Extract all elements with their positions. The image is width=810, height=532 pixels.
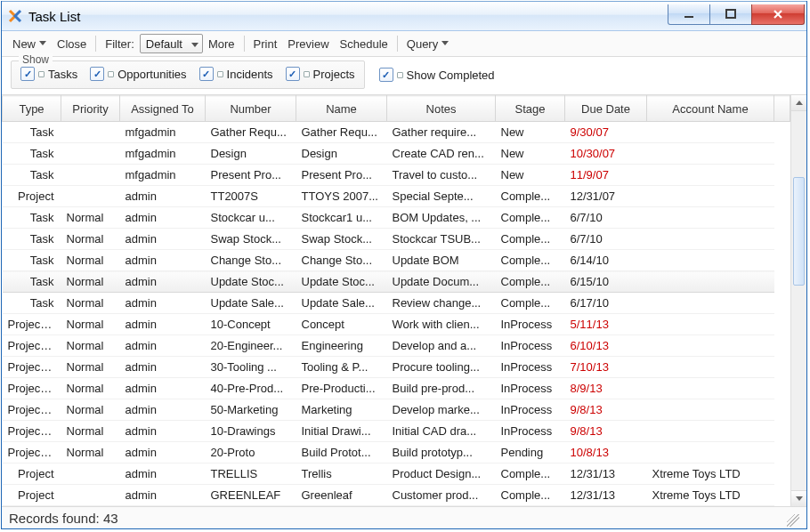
cell: Project ...	[3, 378, 61, 399]
resize-grip-icon[interactable]	[787, 514, 799, 527]
new-menu[interactable]: New	[7, 36, 52, 52]
col-stage[interactable]: Stage	[496, 96, 565, 122]
cell	[647, 399, 774, 421]
cell: admin	[120, 463, 206, 485]
scroll-up-arrow-icon[interactable]	[791, 95, 806, 111]
table-row[interactable]: TaskNormaladminChange Sto...Change Sto..…	[3, 250, 790, 271]
schedule-action[interactable]: Schedule	[335, 36, 393, 52]
table-row[interactable]: TaskNormaladminUpdate Sale...Update Sale…	[3, 293, 790, 314]
svg-rect-0	[684, 16, 693, 18]
cell: Update BOM	[387, 250, 496, 271]
maximize-button[interactable]	[709, 4, 752, 25]
cell: Update Stoc...	[296, 271, 387, 293]
query-menu[interactable]: Query	[401, 36, 454, 52]
more-action[interactable]: More	[203, 36, 240, 52]
col-notes[interactable]: Notes	[387, 96, 496, 122]
cell: 6/15/10	[565, 271, 647, 293]
col-priority[interactable]: Priority	[61, 96, 120, 122]
separator	[95, 36, 96, 52]
col-assigned[interactable]: Assigned To	[120, 96, 206, 122]
scroll-down-arrow-icon[interactable]	[791, 490, 806, 506]
cell: Normal	[61, 229, 120, 250]
table-row[interactable]: TaskmfgadminPresent Pro...Present Pro...…	[3, 165, 790, 186]
cell: Project ...	[3, 314, 61, 335]
cell: 6/7/10	[565, 207, 647, 229]
cell	[61, 186, 120, 207]
col-number[interactable]: Number	[206, 96, 296, 122]
cell: Xtreme Toys LTD	[647, 463, 774, 485]
cell: Task	[3, 143, 61, 165]
cell: 10/30/07	[565, 143, 647, 165]
col-name[interactable]: Name	[296, 96, 387, 122]
table-row[interactable]: ProjectadminTT2007STTOYS 2007...Special …	[3, 186, 790, 207]
incidents-checkbox[interactable]: Incidents	[199, 67, 273, 81]
separator	[397, 36, 398, 52]
cell: 40-Pre-Prod...	[206, 378, 296, 399]
cell: Normal	[61, 378, 120, 399]
show-completed-checkbox[interactable]: Show Completed	[379, 68, 495, 82]
table-row[interactable]: Project ...Normaladmin30-Tooling ...Tool…	[3, 357, 790, 378]
cell: admin	[120, 293, 206, 314]
scroll-thumb[interactable]	[793, 177, 805, 286]
tasks-checkbox[interactable]: Tasks	[20, 67, 77, 81]
table-row[interactable]: Project ...Normaladmin10-DrawingsInitial…	[3, 421, 790, 442]
cell: Build prototyp...	[387, 442, 496, 463]
close-action[interactable]: Close	[52, 36, 92, 52]
cell: Comple...	[496, 229, 565, 250]
table-row[interactable]: ProjectadminGREENLEAFGreenleafCustomer p…	[3, 485, 790, 506]
new-label: New	[12, 37, 36, 51]
table-row[interactable]: Project ...Normaladmin50-MarketingMarket…	[3, 399, 790, 421]
table-row[interactable]: Project ...Normaladmin10-ConceptConceptW…	[3, 314, 790, 335]
col-type[interactable]: Type	[3, 96, 61, 122]
window: Task List New Close Filter: Default More…	[1, 1, 807, 529]
table-row[interactable]: Project ...Normaladmin20-Engineer...Engi…	[3, 335, 790, 357]
cell: admin	[120, 271, 206, 293]
cell	[647, 421, 774, 442]
cell	[647, 293, 774, 314]
col-due[interactable]: Due Date	[565, 96, 647, 122]
table-row[interactable]: ProjectadminTRELLISTrellisProduct Design…	[3, 463, 790, 485]
cell: Procure tooling...	[387, 357, 496, 378]
cell: InProcess	[496, 378, 565, 399]
cell: InProcess	[496, 421, 565, 442]
cell: Build pre-prod...	[387, 378, 496, 399]
minimize-button[interactable]	[668, 4, 710, 25]
opportunities-checkbox[interactable]: Opportunities	[90, 67, 186, 81]
cell: Greenleaf	[296, 485, 387, 506]
vertical-scrollbar[interactable]	[790, 95, 806, 506]
cell	[61, 485, 120, 506]
scroll-track[interactable]	[791, 111, 806, 490]
cell: Comple...	[496, 207, 565, 229]
preview-action[interactable]: Preview	[282, 36, 334, 52]
cell: Engineering	[296, 335, 387, 357]
table-row[interactable]: TaskNormaladminSwap Stock...Swap Stock..…	[3, 229, 790, 250]
cell: Stockcar u...	[206, 207, 296, 229]
table-row[interactable]: TaskNormaladminStockcar u...Stockcar1 u.…	[3, 207, 790, 229]
table-row[interactable]: Project ...Normaladmin40-Pre-Prod...Pre-…	[3, 378, 790, 399]
cell: 9/30/07	[565, 122, 647, 143]
cell: Initial CAD dra...	[387, 421, 496, 442]
checkbox-icon	[90, 67, 104, 81]
indicator-icon	[38, 71, 45, 77]
cell: Gather require...	[387, 122, 496, 143]
cell: Normal	[61, 335, 120, 357]
col-account[interactable]: Account Name	[647, 96, 774, 122]
cell: Xtreme Toys LTD	[647, 485, 774, 506]
cell: 12/31/13	[565, 463, 647, 485]
print-action[interactable]: Print	[248, 36, 283, 52]
table-row[interactable]: Project ...Normaladmin20-ProtoBuild Prot…	[3, 442, 790, 463]
close-button[interactable]	[751, 4, 805, 25]
projects-checkbox[interactable]: Projects	[286, 67, 355, 81]
app-icon	[7, 8, 23, 24]
status-bar: Records found: 43	[2, 506, 806, 528]
table-row[interactable]: TaskmfgadminDesignDesignCreate CAD ren..…	[3, 143, 790, 165]
cell: Project ...	[3, 442, 61, 463]
cell: Swap Stock...	[296, 229, 387, 250]
cell: mfgadmin	[120, 122, 206, 143]
task-grid[interactable]: Type Priority Assigned To Number Name No…	[2, 95, 790, 506]
table-row[interactable]: TaskmfgadminGather Requ...Gather Requ...…	[3, 122, 790, 143]
titlebar[interactable]: Task List	[2, 1, 806, 31]
checkbox-icon	[379, 68, 393, 82]
table-row[interactable]: TaskNormaladminUpdate Stoc...Update Stoc…	[3, 271, 790, 293]
filter-combo[interactable]: Default	[140, 34, 203, 53]
